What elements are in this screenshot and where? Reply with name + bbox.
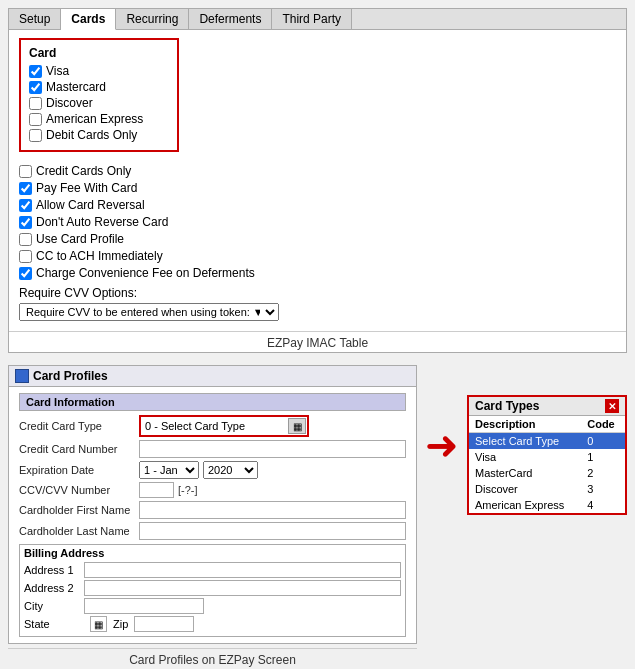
card-type-description: Discover: [469, 481, 581, 497]
credit-card-type-input[interactable]: [142, 418, 286, 434]
ccv-inputs: [-?-]: [139, 482, 198, 498]
amex-checkbox[interactable]: [29, 113, 42, 126]
tab-deferments[interactable]: Deferments: [189, 9, 272, 29]
ccv-hint: [-?-]: [178, 484, 198, 496]
zip-input[interactable]: [134, 616, 194, 632]
allow-reversal-item: Allow Card Reversal: [19, 198, 616, 212]
allow-reversal-checkbox[interactable]: [19, 199, 32, 212]
cc-to-ach-checkbox[interactable]: [19, 250, 32, 263]
card-type-description: American Express: [469, 497, 581, 513]
city-row: City: [24, 598, 401, 614]
use-card-profile-item: Use Card Profile: [19, 232, 616, 246]
cc-to-ach-item: CC to ACH Immediately: [19, 249, 616, 263]
card-types-header: Card Types ✕: [469, 397, 625, 416]
credit-cards-only-label: Credit Cards Only: [36, 164, 131, 178]
address2-row: Address 2: [24, 580, 401, 596]
address1-input[interactable]: [84, 562, 401, 578]
exp-date-inputs: 1 - Jan 2020: [139, 461, 258, 479]
panel-content: Card Visa Mastercard Discover American E…: [9, 30, 626, 329]
card-types-close-button[interactable]: ✕: [605, 399, 619, 413]
credit-card-number-label: Credit Card Number: [19, 443, 139, 455]
require-cvv-label: Require CVV Options:: [19, 286, 616, 300]
tab-setup[interactable]: Setup: [9, 9, 61, 29]
last-name-label: Cardholder Last Name: [19, 525, 139, 537]
discover-checkbox[interactable]: [29, 97, 42, 110]
card-type-code: 4: [581, 497, 625, 513]
require-cvv-select[interactable]: Require CVV to be entered when using tok…: [19, 303, 279, 321]
card-type-row[interactable]: MasterCard 2: [469, 465, 625, 481]
address1-label: Address 1: [24, 564, 84, 576]
bottom-section: Card Profiles Card Information Credit Ca…: [8, 365, 627, 669]
ccv-input[interactable]: [139, 482, 174, 498]
card-types-panel: Card Types ✕ Description Code Select Car…: [467, 395, 627, 515]
last-name-input[interactable]: [139, 522, 406, 540]
card-type-code: 1: [581, 449, 625, 465]
mastercard-label: Mastercard: [46, 80, 106, 94]
dont-auto-reverse-checkbox[interactable]: [19, 216, 32, 229]
arrow-container: ➜: [425, 365, 459, 465]
ccv-label: CCV/CVV Number: [19, 484, 139, 496]
mastercard-checkbox[interactable]: [29, 81, 42, 94]
amex-checkbox-item: American Express: [29, 112, 169, 126]
section-header: Card Information: [19, 393, 406, 411]
allow-reversal-label: Allow Card Reversal: [36, 198, 145, 212]
pay-fee-item: Pay Fee With Card: [19, 181, 616, 195]
card-profiles-title: Card Profiles: [33, 369, 108, 383]
amex-label: American Express: [46, 112, 143, 126]
last-name-row: Cardholder Last Name: [19, 522, 406, 540]
city-input[interactable]: [84, 598, 204, 614]
pay-fee-checkbox[interactable]: [19, 182, 32, 195]
state-label: State: [24, 618, 84, 630]
card-types-tbody: Select Card Type 0 Visa 1 MasterCard 2 D…: [469, 433, 625, 514]
credit-cards-only-item: Credit Cards Only: [19, 164, 616, 178]
use-card-profile-checkbox[interactable]: [19, 233, 32, 246]
billing-section: Billing Address Address 1 Address 2 City: [19, 544, 406, 637]
expiration-date-row: Expiration Date 1 - Jan 2020: [19, 461, 406, 479]
city-label: City: [24, 600, 84, 612]
cc-to-ach-label: CC to ACH Immediately: [36, 249, 163, 263]
card-types-table: Description Code Select Card Type 0 Visa…: [469, 416, 625, 513]
exp-year-select[interactable]: 2020: [203, 461, 258, 479]
arrow-icon: ➜: [425, 425, 459, 465]
state-select-btn[interactable]: ▦: [90, 616, 107, 632]
convenience-fee-checkbox[interactable]: [19, 267, 32, 280]
debit-checkbox[interactable]: [29, 129, 42, 142]
credit-card-type-input-wrapper: ▦: [139, 415, 309, 437]
dont-auto-reverse-item: Don't Auto Reverse Card: [19, 215, 616, 229]
zip-label: Zip: [113, 618, 128, 630]
card-type-code: 3: [581, 481, 625, 497]
tab-third-party[interactable]: Third Party: [272, 9, 352, 29]
credit-card-type-label: Credit Card Type: [19, 420, 139, 432]
card-type-description: MasterCard: [469, 465, 581, 481]
card-type-row[interactable]: Select Card Type 0: [469, 433, 625, 450]
debit-checkbox-item: Debit Cards Only: [29, 128, 169, 142]
tab-cards[interactable]: Cards: [61, 9, 116, 30]
options-section: Credit Cards Only Pay Fee With Card Allo…: [19, 164, 616, 280]
credit-card-type-dropdown-btn[interactable]: ▦: [288, 418, 306, 434]
top-panel: Setup Cards Recurring Deferments Third P…: [8, 8, 627, 353]
card-group-title: Card: [29, 46, 169, 60]
use-card-profile-label: Use Card Profile: [36, 232, 124, 246]
visa-checkbox[interactable]: [29, 65, 42, 78]
mastercard-checkbox-item: Mastercard: [29, 80, 169, 94]
billing-header: Billing Address: [24, 547, 401, 559]
card-types-header-row: Description Code: [469, 416, 625, 433]
credit-card-number-input[interactable]: [139, 440, 406, 458]
credit-cards-only-checkbox[interactable]: [19, 165, 32, 178]
card-type-row[interactable]: Visa 1: [469, 449, 625, 465]
card-profiles-wrapper: Card Profiles Card Information Credit Ca…: [8, 365, 417, 669]
db-icon: [15, 369, 29, 383]
exp-month-select[interactable]: 1 - Jan: [139, 461, 199, 479]
card-type-row[interactable]: Discover 3: [469, 481, 625, 497]
card-type-code: 2: [581, 465, 625, 481]
code-col-header: Code: [581, 416, 625, 433]
first-name-input[interactable]: [139, 501, 406, 519]
form-section: Card Information Credit Card Type ▦ Cred…: [9, 387, 416, 643]
discover-label: Discover: [46, 96, 93, 110]
tab-recurring[interactable]: Recurring: [116, 9, 189, 29]
card-type-row[interactable]: American Express 4: [469, 497, 625, 513]
card-profiles-panel: Card Profiles Card Information Credit Ca…: [8, 365, 417, 644]
pay-fee-label: Pay Fee With Card: [36, 181, 137, 195]
credit-card-type-row: Credit Card Type ▦: [19, 415, 406, 437]
address2-input[interactable]: [84, 580, 401, 596]
